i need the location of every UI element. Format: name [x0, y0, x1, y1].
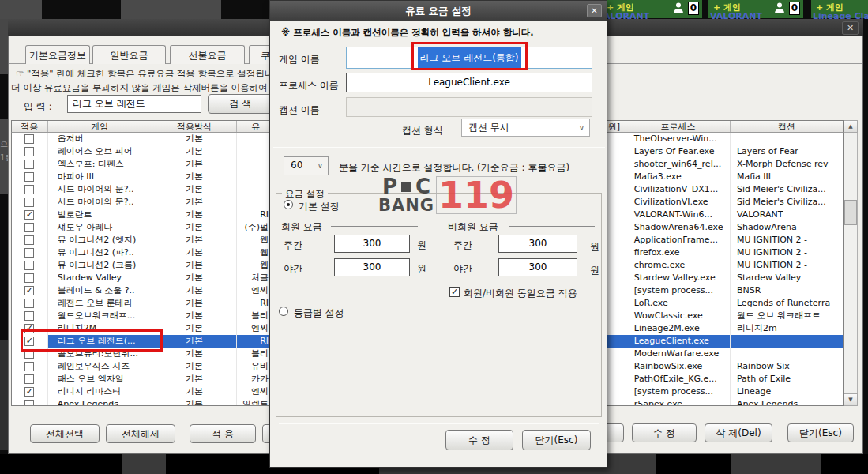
process-row[interactable]: LeagueClient.exe	[603, 335, 843, 348]
delete-button[interactable]: 삭 제(Del)	[705, 423, 772, 442]
game-row[interactable]: 뮤 이그니션2 (파?..기본웹	[12, 246, 272, 259]
edit-button[interactable]: 수 정	[445, 430, 513, 450]
game-row[interactable]: 콜오브듀티:모던워...기본블리	[12, 348, 272, 360]
game-row[interactable]: 섀도우 아레나기본(주)펄	[12, 221, 272, 234]
game-row[interactable]: ✓리니지 리마스터기본엔씨	[12, 386, 272, 398]
game-name-input[interactable]: 리그 오브 레전드(통합)	[346, 47, 592, 69]
apply-checkbox[interactable]	[24, 349, 34, 359]
game-row[interactable]: 레인보우식스 시즈기본유비	[12, 360, 272, 373]
apply-checkbox[interactable]	[24, 248, 34, 258]
game-row[interactable]: ✓리그 오브 레전드(...기본RI	[12, 335, 272, 348]
apply-checkbox[interactable]	[24, 362, 34, 371]
process-row[interactable]: CivilizationVI.exeSid Meier's Civiliza..…	[603, 196, 843, 209]
apply-checkbox[interactable]	[24, 172, 34, 182]
process-row[interactable]: CivilizationV_DX1...Sid Meier's Civiliza…	[603, 183, 843, 196]
game-row[interactable]: ✓블레이드 & 소울 ?..기본엔씨	[12, 284, 272, 297]
process-row[interactable]: Lineage2M.exe리니지2m	[603, 322, 843, 335]
apply-checkbox[interactable]: ✓	[24, 210, 34, 220]
basic-setting-radio[interactable]	[284, 200, 293, 209]
member-night-input[interactable]: 300	[334, 258, 410, 276]
process-name-input[interactable]: LeagueClient.exe	[346, 73, 592, 92]
same-fee-checkbox[interactable]: ✓	[449, 287, 460, 297]
column-caption[interactable]: 캡션	[731, 121, 843, 132]
apply-checkbox[interactable]: ✓	[24, 324, 34, 333]
column-process[interactable]: 프로세스	[626, 121, 731, 132]
scrollbar-thumb[interactable]	[844, 200, 857, 225]
dialog-titlebar[interactable]: 유료 요금 설정 ✕	[270, 1, 607, 21]
process-row[interactable]: Mafia3.exeMafia III	[603, 171, 843, 183]
process-row[interactable]: VALORANT-Win6...VALORANT	[603, 209, 843, 221]
process-row[interactable]: firefox.exeMU IGNITION 2 -	[603, 246, 843, 259]
process-row[interactable]: LoR.exeLegends of Runeterra	[603, 297, 843, 310]
pc-seat-panel[interactable]: + 게임 Lineage Clas	[811, 0, 868, 18]
game-row[interactable]: 뮤 이그니션2 (엣지)기본웹	[12, 234, 272, 246]
column-game[interactable]: 게임	[48, 121, 152, 132]
caption-format-select[interactable]: 캡션 무시 ∨	[461, 118, 590, 137]
nonmember-day-input[interactable]: 300	[498, 235, 577, 253]
process-row[interactable]: [system process...Lineage	[603, 386, 843, 398]
column-company[interactable]: 유	[237, 121, 272, 132]
close-dialog-button[interactable]: 닫기(Esc)	[522, 430, 591, 450]
process-row[interactable]: ModernWarfare.exe	[603, 348, 843, 360]
select-all-button[interactable]: 전체선택	[30, 424, 100, 443]
apply-checkbox[interactable]	[24, 299, 34, 308]
apply-checkbox[interactable]: ✓	[24, 337, 34, 346]
apply-checkbox[interactable]	[24, 374, 34, 384]
game-row[interactable]: ✓발로란트기본RI	[12, 209, 272, 221]
apply-checkbox[interactable]	[24, 311, 34, 321]
search-input[interactable]: 리그 오브 레전드	[67, 95, 201, 113]
game-row[interactable]: 뮤 이그니션2 (크롬)기본웹	[12, 259, 272, 272]
game-row[interactable]: 월드오브워크래프...기본블리	[12, 310, 272, 322]
game-row[interactable]: 시드 마이어의 문?..기본	[12, 196, 272, 209]
process-row[interactable]: ApplicationFrame...MU IGNITION 2 -	[603, 234, 843, 246]
close-window-button[interactable]: 닫기(Esc)	[787, 423, 854, 442]
tab-prepaid-fee[interactable]: 선불요금	[170, 45, 245, 64]
close-icon[interactable]: ✕	[842, 21, 859, 35]
tab-basic-fee-info[interactable]: 기본요금정보	[25, 45, 90, 64]
game-row[interactable]: 시드 마이어의 문?..기본	[12, 183, 272, 196]
apply-checkbox[interactable]	[24, 273, 34, 283]
base-time-select[interactable]: 60 ∨	[284, 156, 329, 175]
process-row[interactable]: ShadowArena64.exeShadowArena	[603, 221, 843, 234]
pc-seat-panel[interactable]: + 게임 VALORANT 0	[708, 0, 803, 18]
game-row[interactable]: 레이어스 오브 피어기본	[12, 145, 272, 158]
game-row[interactable]: ✓리니지2M기본엔씨	[12, 322, 272, 335]
process-row[interactable]: WowClassic.exe월드 오브 워크래프트	[603, 310, 843, 322]
grade-setting-radio[interactable]	[279, 307, 288, 316]
game-row[interactable]: 옵저버기본	[12, 133, 272, 145]
scrollbar-track[interactable]	[844, 120, 858, 406]
process-row[interactable]: shooter_win64_rel...X-Morph Defense rev	[603, 158, 843, 171]
caption-name-input[interactable]	[346, 97, 592, 117]
game-row[interactable]: Apex Legends기본일렉트	[12, 398, 272, 406]
column-method[interactable]: 적용방식	[152, 121, 237, 132]
deselect-all-button[interactable]: 전체해제	[106, 424, 175, 443]
apply-checkbox[interactable]	[24, 134, 34, 144]
apply-checkbox[interactable]	[24, 160, 34, 169]
pc-seat-panel[interactable]: + 게임 ALORANT 0	[602, 0, 702, 18]
game-row[interactable]: 레전드 오브 룬테라기본RI	[12, 297, 272, 310]
apply-checkbox[interactable]: ✓	[24, 286, 34, 295]
game-row[interactable]: 엑스모프: 디펜스기본	[12, 158, 272, 171]
apply-checkbox[interactable]	[24, 185, 34, 194]
apply-button[interactable]: 적 용	[190, 424, 256, 443]
apply-checkbox[interactable]	[24, 223, 34, 232]
game-row[interactable]: 마피아 III기본	[12, 171, 272, 183]
process-row[interactable]: r5apex.exeApex Legends	[603, 398, 843, 406]
edit-button[interactable]: 수 정	[632, 423, 697, 442]
process-row[interactable]: chrome.exeMU IGNITION 2 -	[603, 259, 843, 272]
close-icon[interactable]: ✕	[587, 4, 602, 17]
apply-checkbox[interactable]: ✓	[24, 387, 34, 397]
column-apply[interactable]: 적용	[12, 121, 48, 132]
tab-general-fee[interactable]: 일반요금	[92, 45, 166, 64]
process-row[interactable]: TheObserver-Win...	[603, 133, 843, 145]
search-button[interactable]: 검 색	[208, 94, 273, 114]
apply-checkbox[interactable]	[24, 198, 34, 207]
apply-checkbox[interactable]	[24, 147, 34, 156]
nonmember-night-input[interactable]: 300	[498, 258, 577, 276]
member-day-input[interactable]: 300	[334, 235, 410, 253]
process-row[interactable]: Layers Of Fear.exeLayers of Fear	[603, 145, 843, 158]
apply-checkbox[interactable]	[24, 400, 34, 406]
game-row[interactable]: Stardew Valley기본처클	[12, 272, 272, 284]
game-row[interactable]: 패스 오브 엑자일기본카카	[12, 373, 272, 386]
scroll-down-icon[interactable]: ▼	[844, 393, 858, 406]
